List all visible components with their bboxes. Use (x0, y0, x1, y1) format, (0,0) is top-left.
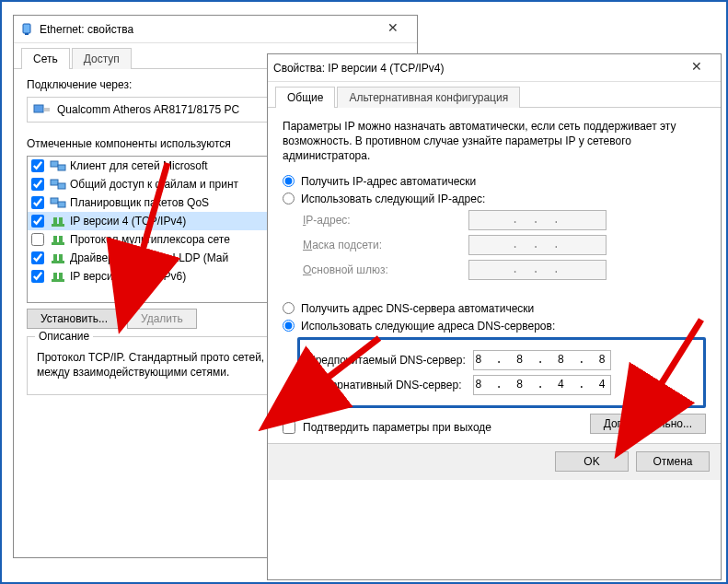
item-label: Драйвер протокола LLDP (Май (70, 251, 228, 264)
tab-network[interactable]: Сеть (21, 48, 70, 69)
item-label: IP версии 4 (TCP/IPv4) (70, 215, 186, 228)
radio-dns-auto[interactable] (283, 302, 295, 314)
validate-label: Подтвердить параметры при выходе (303, 421, 491, 434)
gateway-label: Основной шлюз: (303, 263, 468, 276)
item-checkbox[interactable] (31, 233, 44, 246)
adapter-name: Qualcomm Atheros AR8171/8175 PC (57, 103, 239, 116)
radio-dns-manual[interactable] (283, 320, 295, 332)
item-label: IP версии 6 (TCP/IPv6) (70, 270, 186, 283)
svg-rect-16 (52, 261, 64, 263)
svg-rect-14 (53, 236, 57, 242)
radio-ip-auto[interactable] (283, 175, 295, 187)
advanced-button[interactable]: Дополнительно... (590, 414, 706, 434)
dns-highlight-box: Предпочитаемый DNS-сервер: 8 . 8 . 8 . 8… (297, 337, 706, 408)
svg-rect-7 (58, 183, 65, 189)
svg-rect-17 (53, 254, 57, 261)
window1-title: Ethernet: свойства (40, 23, 375, 36)
item-label: Общий доступ к файлам и принт (70, 178, 238, 191)
radio-ip-auto-label: Получить IP-адрес автоматически (301, 175, 476, 188)
install-button[interactable]: Установить... (27, 309, 121, 329)
close-icon[interactable]: ✕ (375, 20, 411, 39)
svg-rect-11 (53, 217, 57, 224)
protocol-icon (50, 159, 66, 172)
tab-general[interactable]: Общие (275, 87, 335, 108)
protocol-icon (50, 233, 66, 246)
validate-checkbox[interactable] (283, 421, 295, 434)
subnet-mask-input: . . . (468, 235, 607, 255)
svg-rect-10 (52, 224, 64, 227)
item-label: Протокол мультиплексора сете (70, 233, 230, 246)
svg-rect-5 (58, 165, 65, 170)
item-checkbox[interactable] (31, 159, 44, 172)
gateway-input: . . . (468, 260, 607, 280)
dns-alt-input[interactable]: 8 . 8 . 4 . 4 (473, 375, 611, 395)
svg-rect-21 (59, 273, 63, 279)
item-label: Клиент для сетей Microsoft (70, 159, 208, 172)
protocol-icon (50, 251, 66, 264)
network-adapter-icon (33, 102, 52, 117)
svg-rect-6 (51, 180, 58, 185)
protocol-icon (50, 215, 66, 228)
item-checkbox[interactable] (31, 270, 44, 283)
protocol-icon (50, 196, 66, 209)
svg-rect-0 (23, 24, 30, 33)
svg-rect-12 (59, 217, 63, 224)
item-label: Планировщик пакетов QoS (70, 196, 209, 209)
dns-pref-input[interactable]: 8 . 8 . 8 . 8 (473, 350, 611, 370)
radio-ip-manual-label: Использовать следующий IP-адрес: (301, 193, 485, 205)
radio-ip-manual[interactable] (283, 193, 295, 204)
ok-button[interactable]: OK (555, 451, 629, 472)
tab-alt-config[interactable]: Альтернативная конфигурация (337, 87, 520, 108)
protocol-icon (50, 270, 66, 283)
svg-rect-4 (51, 161, 58, 167)
protocol-icon (50, 178, 66, 191)
window2-title: Свойства: IP версии 4 (TCP/IPv4) (273, 62, 678, 75)
svg-rect-3 (44, 108, 50, 111)
subnet-mask-label: Маска подсети: (303, 239, 468, 251)
description-title: Описание (35, 330, 93, 343)
dns-pref-label: Предпочитаемый DNS-сервер: (307, 354, 473, 367)
ip-address-label: IIP-адрес:P-адрес: (303, 214, 468, 227)
item-checkbox[interactable] (31, 251, 44, 264)
svg-rect-9 (58, 202, 65, 207)
radio-dns-auto-label: Получить адрес DNS-сервера автоматически (301, 302, 534, 315)
item-checkbox[interactable] (31, 196, 44, 209)
item-checkbox[interactable] (31, 215, 44, 228)
svg-rect-15 (59, 236, 63, 242)
svg-rect-2 (34, 105, 43, 112)
svg-rect-8 (51, 198, 58, 204)
svg-rect-1 (25, 33, 29, 35)
radio-dns-manual-label: Использовать следующие адреса DNS-сервер… (301, 320, 555, 333)
item-checkbox[interactable] (31, 178, 44, 191)
close-icon[interactable]: ✕ (678, 59, 715, 77)
ip-address-input: . . . (468, 210, 607, 230)
remove-button: Удалить (127, 309, 197, 329)
tab-access[interactable]: Доступ (72, 48, 132, 69)
ethernet-icon (19, 22, 34, 37)
svg-rect-20 (53, 273, 57, 279)
dns-alt-label: Альтернативный DNS-сервер: (307, 379, 473, 391)
svg-rect-19 (52, 279, 64, 282)
svg-rect-13 (52, 242, 64, 245)
svg-rect-18 (59, 254, 63, 261)
info-text: Параметры IP можно назначать автоматичес… (283, 119, 706, 164)
cancel-button[interactable]: Отмена (636, 451, 710, 472)
